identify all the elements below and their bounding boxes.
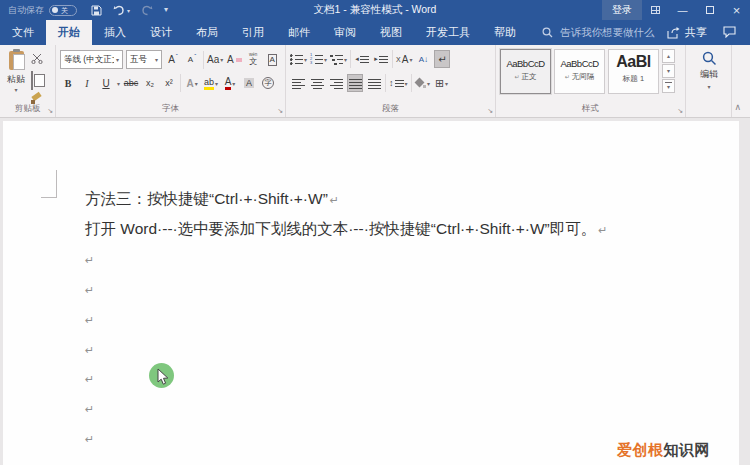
change-case-button[interactable]: Aa▾ (207, 51, 223, 69)
style-card-无间隔[interactable]: AaBbCcD↵无间隔 (554, 49, 605, 94)
close-button[interactable]: × (723, 0, 750, 20)
strikethrough-button[interactable]: abc (123, 74, 139, 92)
watermark: 爱创根知识网 (617, 441, 710, 460)
show-formatting-marks-button[interactable]: ↵ (434, 50, 450, 68)
shading-button[interactable]: ▾ (415, 74, 431, 92)
sort-button[interactable]: A↓ (415, 50, 431, 68)
underline-button[interactable]: U (98, 74, 114, 92)
justify-button[interactable] (347, 74, 363, 92)
restore-button[interactable] (696, 0, 723, 20)
styles-group: AaBbCcD↵正文AaBbCcD↵无间隔AaBl标题 1 ▴ ▾ ▾ 样式 ↘ (496, 45, 686, 117)
distribute-text-button[interactable] (366, 74, 382, 92)
text-effects-button[interactable]: A▾ (184, 74, 200, 92)
share-icon (667, 27, 680, 39)
style-card-正文[interactable]: AaBbCcD↵正文 (500, 49, 551, 94)
font-name-combo[interactable]: 等线 (中文正文) ▾ (60, 50, 123, 69)
clipboard-mini-buttons (31, 50, 43, 94)
clear-formatting-button[interactable]: A (226, 51, 242, 69)
style-paragraph-mark: ↵ (514, 73, 519, 80)
tab-file[interactable]: 文件 (0, 20, 46, 45)
align-center-icon (311, 78, 324, 89)
numbering-button[interactable]: ▾ (310, 50, 327, 68)
share-button[interactable]: 共享 (667, 25, 707, 40)
empty-paragraph: ↵ (85, 335, 699, 365)
underline-dropdown-arrow[interactable]: ▾ (117, 80, 120, 87)
tab-mailings[interactable]: 邮件 (276, 20, 322, 45)
grow-font-button[interactable]: Aˆ (165, 51, 181, 69)
borders-button[interactable]: ⊞▾ (434, 74, 450, 92)
style-card-标题 1[interactable]: AaBl标题 1 (608, 49, 659, 94)
undo-button[interactable]: ▾ (113, 5, 130, 16)
font-dialog-launcher[interactable]: ↘ (277, 107, 283, 114)
styles-more-button[interactable]: ▾ (662, 79, 675, 93)
comments-button[interactable] (723, 24, 736, 42)
character-shading-button[interactable]: A (241, 74, 257, 92)
enclose-characters-button[interactable]: 字 (260, 74, 276, 92)
autosave-toggle[interactable]: 关 (49, 5, 77, 16)
collapse-ribbon-button[interactable]: ∧ (734, 102, 741, 112)
multilevel-list-button[interactable]: ▾ (330, 50, 347, 68)
redo-button[interactable] (141, 5, 153, 16)
paragraph-dialog-launcher[interactable]: ↘ (487, 107, 493, 114)
sign-in-button[interactable]: 登录 (602, 0, 642, 20)
tab-developer[interactable]: 开发工具 (414, 20, 482, 45)
align-right-button[interactable] (328, 74, 344, 92)
copy-button[interactable] (31, 72, 43, 90)
styles-scroll-down-button[interactable]: ▾ (662, 64, 675, 78)
empty-paragraph: ↵ (85, 245, 699, 275)
tab-design[interactable]: 设计 (138, 20, 184, 45)
asian-layout-button[interactable]: XA▾ (396, 50, 412, 68)
text-highlight-button[interactable]: ab▾ (203, 74, 219, 92)
increase-indent-button[interactable]: ▸ (373, 50, 389, 68)
tab-review[interactable]: 审阅 (322, 20, 368, 45)
undo-dropdown-arrow[interactable]: ▾ (127, 7, 130, 14)
margin-crop-mark-horizontal (41, 197, 57, 198)
tab-layout[interactable]: 布局 (184, 20, 230, 45)
customize-qat-button[interactable]: ▾ (164, 6, 168, 14)
superscript-button[interactable]: x² (161, 74, 177, 92)
styles-scroll-up-button[interactable]: ▴ (662, 49, 675, 63)
tab-insert[interactable]: 插入 (92, 20, 138, 45)
subscript-button[interactable]: x₂ (142, 74, 158, 92)
tab-home[interactable]: 开始 (46, 20, 92, 45)
tell-me-search[interactable]: 告诉我你想要做什么 (542, 20, 655, 45)
character-border-button[interactable]: A (264, 51, 280, 69)
paragraph-mark: ↵ (85, 254, 94, 266)
cut-button[interactable] (31, 50, 43, 68)
styles-gallery: AaBbCcD↵正文AaBbCcD↵无间隔AaBl标题 1 (500, 49, 659, 94)
italic-button[interactable]: I (79, 74, 95, 92)
bullets-button[interactable]: ▾ (290, 50, 307, 68)
line-spacing-button[interactable]: ↕▾ (389, 74, 408, 92)
autosave-state-label: 关 (61, 7, 68, 14)
document-page[interactable]: 方法三：按快捷键“Ctrl·+·Shift·+·W”↵ 打开 Word·--·选… (3, 121, 739, 465)
align-left-button[interactable] (290, 74, 306, 92)
clipboard-dialog-launcher[interactable]: ↘ (47, 107, 53, 114)
distribute-icon (368, 78, 381, 89)
paste-button[interactable]: 粘贴 ▾ (4, 49, 28, 111)
align-center-button[interactable] (309, 74, 325, 92)
document-text[interactable]: 方法三：按快捷键“Ctrl·+·Shift·+·W”↵ 打开 Word·--·选… (85, 185, 699, 454)
font-name-value: 等线 (中文正文) (64, 54, 114, 66)
tab-help[interactable]: 帮助 (482, 20, 528, 45)
font-size-combo[interactable]: 五号 ▾ (126, 50, 162, 69)
decrease-indent-button[interactable]: ◂ (354, 50, 370, 68)
ribbon-display-options-button[interactable] (642, 0, 669, 20)
phonetic-guide-button[interactable]: wén文 (245, 51, 261, 69)
font-color-button[interactable]: A▾ (222, 74, 238, 92)
font-size-dropdown-arrow: ▾ (155, 56, 158, 63)
paragraph-group: ▾ ▾ ▾ ◂ ▸ XA▾ A↓ ↵ ↕▾ ▾ ⊞ (286, 45, 496, 117)
paste-icon (9, 51, 24, 70)
ribbon-display-options-icon (651, 6, 660, 14)
tab-view[interactable]: 视图 (368, 20, 414, 45)
paste-dropdown-arrow[interactable]: ▾ (14, 86, 17, 93)
tab-references[interactable]: 引用 (230, 20, 276, 45)
shrink-font-button[interactable]: Aˇ (184, 51, 200, 69)
align-right-icon (330, 78, 343, 89)
editing-button[interactable]: 编辑 ▾ (694, 51, 724, 90)
bold-button[interactable]: B (60, 74, 76, 92)
font-name-dropdown-arrow: ▾ (116, 56, 119, 63)
align-left-icon (292, 78, 305, 89)
styles-dialog-launcher[interactable]: ↘ (677, 107, 683, 114)
minimize-button[interactable]: — (669, 0, 696, 20)
save-button[interactable] (91, 5, 102, 16)
